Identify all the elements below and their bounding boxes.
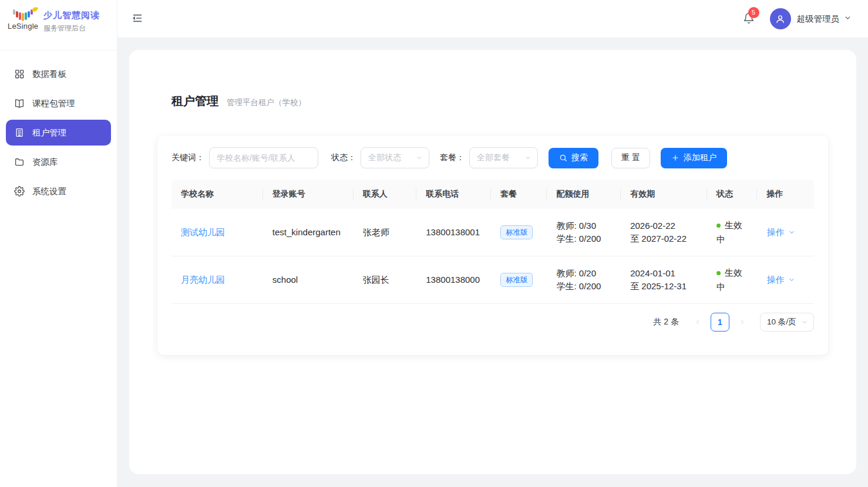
row-actions-dropdown[interactable]: 操作 [766,273,795,287]
sidebar-item-tenants[interactable]: 租户管理 [6,120,111,146]
search-button[interactable]: 搜索 [549,148,598,168]
reset-button[interactable]: 重 置 [611,148,650,168]
phone-cell: 13800138000 [416,256,491,304]
status-dot-icon [716,224,721,228]
status-cell: 生效中 [707,256,757,304]
valid-to: 至 2027-02-22 [630,232,698,246]
chevron-down-icon [524,154,531,161]
sidebar-item-course-packages[interactable]: 课程包管理 [6,90,111,116]
status-dot-icon [716,271,721,275]
status-label: 状态： [331,153,356,163]
col-phone: 联系电话 [416,180,491,209]
reset-button-label: 重 置 [621,153,640,163]
pagination: 共 2 条 1 10 条/页 [171,313,814,332]
gear-icon [14,186,25,197]
quota-student: 学生: 0/200 [556,280,611,293]
page-subtitle: 管理平台租户（学校） [227,97,306,108]
quota-teacher: 教师: 0/20 [556,267,611,280]
pagination-next-button[interactable] [734,313,751,332]
col-login-account: 登录账号 [263,180,354,209]
quota-cell: 教师: 0/20 学生: 0/200 [547,256,621,304]
row-actions-dropdown[interactable]: 操作 [766,226,795,239]
quota-teacher: 教师: 0/30 [556,219,611,233]
brand-title: 少儿智慧阅读 [43,10,100,21]
col-validity: 有效期 [621,180,707,209]
page-card: 租户管理 管理平台租户（学校） 关键词： 状态： 全部状态 [129,50,856,474]
page-title: 租户管理 [171,93,218,109]
contact-cell: 张园长 [354,256,417,304]
col-status: 状态 [707,180,757,209]
logo-word: LeSingle [8,22,38,31]
school-name-link[interactable]: 测试幼儿园 [181,227,225,237]
add-tenant-button[interactable]: 添加租户 [661,148,727,168]
validity-cell: 2026-02-22 至 2027-02-22 [621,209,707,256]
chevron-down-icon [788,276,795,283]
main-area: 5 超级管理员 租户管理 管理平台租户（学校） [117,0,868,487]
login-account-cell: school [263,256,354,304]
row-actions-label: 操作 [766,273,784,287]
search-icon [559,154,567,162]
username[interactable]: 超级管理员 [797,13,840,25]
notification-badge: 5 [748,7,759,18]
keyword-label: 关键词： [171,153,204,163]
page-head: 租户管理 管理平台租户（学校） [157,50,828,109]
book-icon [14,98,25,109]
status-badge: 生效中 [716,220,742,244]
sidebar-item-label: 租户管理 [32,127,66,138]
menu-fold-icon[interactable] [132,12,144,25]
sidebar-item-dashboard[interactable]: 数据看板 [6,61,111,87]
login-account-cell: test_kindergarten [263,209,354,256]
sidebar-item-settings[interactable]: 系统设置 [6,178,111,204]
topbar-right: 5 超级管理员 [743,8,852,29]
chevron-left-icon [694,319,701,326]
status-badge: 生效中 [716,268,742,292]
quota-cell: 教师: 0/30 学生: 0/200 [547,209,621,256]
notification-bell-icon[interactable]: 5 [743,12,755,26]
valid-from: 2026-02-22 [630,219,698,233]
pagination-page-1[interactable]: 1 [711,313,729,332]
page-size-value: 10 条/页 [767,317,796,327]
col-school-name: 学校名称 [171,180,263,209]
pagination-prev-button[interactable] [689,313,706,332]
chevron-down-icon [801,319,808,326]
status-cell: 生效中 [707,209,757,256]
pagination-total: 共 2 条 [653,317,679,327]
sidebar-item-resources[interactable]: 资源库 [6,149,111,175]
brand: LeSingle 少儿智慧阅读 服务管理后台 [0,0,117,50]
brand-text: 少儿智慧阅读 服务管理后台 [43,9,100,33]
logo-bars-icon [8,9,38,21]
tenant-table: 学校名称 登录账号 联系人 联系电话 套餐 配额使用 有效期 状态 操作 [171,180,814,304]
col-quota: 配额使用 [547,180,621,209]
plan-select-value: 全部套餐 [477,153,510,163]
sidebar: LeSingle 少儿智慧阅读 服务管理后台 数据看板 课程包管理 [0,0,117,487]
plan-select[interactable]: 全部套餐 [469,147,538,168]
plus-icon [671,154,679,162]
chevron-right-icon [739,319,746,326]
filter-bar: 关键词： 状态： 全部状态 套餐： 全部套餐 [171,147,814,168]
page-size-select[interactable]: 10 条/页 [760,313,814,332]
folder-icon [14,157,25,167]
contact-cell: 张老师 [354,209,417,256]
school-name-link[interactable]: 月亮幼儿园 [181,275,225,285]
sidebar-item-label: 数据看板 [32,69,66,80]
sidebar-item-label: 系统设置 [32,186,66,197]
avatar[interactable] [770,8,791,29]
plan-badge: 标准版 [500,273,533,287]
chevron-down-icon[interactable] [844,14,852,23]
plan-badge: 标准版 [500,225,533,239]
col-contact: 联系人 [354,180,417,209]
app-root: LeSingle 少儿智慧阅读 服务管理后台 数据看板 课程包管理 [0,0,868,487]
keyword-input[interactable] [209,147,318,168]
topbar: 5 超级管理员 [117,0,868,38]
status-select[interactable]: 全部状态 [361,147,429,168]
table-row: 月亮幼儿园 school 张园长 13800138000 标准版 教师: 0/2… [171,256,814,304]
quota-student: 学生: 0/200 [556,232,611,246]
chevron-down-icon [416,154,423,161]
valid-to: 至 2025-12-31 [630,280,698,293]
sidebar-item-label: 资源库 [32,157,58,168]
table-row: 测试幼儿园 test_kindergarten 张老师 13800138001 … [171,209,814,256]
sidebar-item-label: 课程包管理 [32,98,75,109]
status-select-value: 全部状态 [368,153,401,163]
building-icon [14,127,25,138]
col-plan: 套餐 [491,180,547,209]
